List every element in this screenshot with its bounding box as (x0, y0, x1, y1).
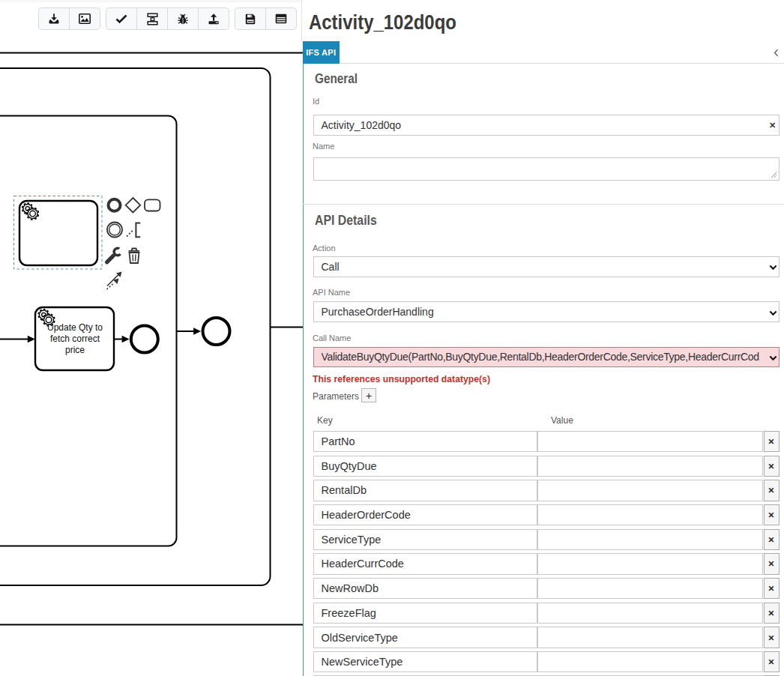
svg-text:price: price (65, 345, 85, 355)
svg-text:Update Qty to: Update Qty to (47, 322, 103, 333)
svg-text:fetch correct: fetch correct (50, 334, 100, 344)
